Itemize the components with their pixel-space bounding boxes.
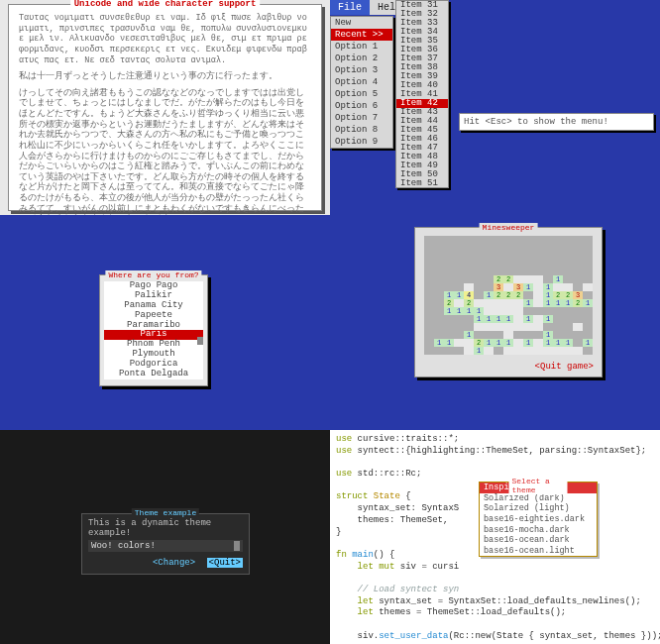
mine-cell[interactable] xyxy=(523,291,533,299)
mine-cell[interactable] xyxy=(434,299,444,307)
mine-cell[interactable] xyxy=(484,323,494,331)
mine-cell[interactable] xyxy=(543,244,553,252)
mine-cell[interactable] xyxy=(503,268,513,275)
mine-cell[interactable]: 1 xyxy=(553,339,563,347)
theme-item[interactable]: base16-mocha.dark xyxy=(480,525,597,536)
mine-cell[interactable] xyxy=(503,323,513,331)
mine-cell[interactable] xyxy=(533,291,543,299)
theme-item[interactable]: base16-eighties.dark xyxy=(480,514,597,525)
mine-cell[interactable] xyxy=(533,331,543,339)
mine-cell[interactable] xyxy=(553,315,563,323)
mine-cell[interactable] xyxy=(553,252,563,260)
mine-cell[interactable] xyxy=(464,236,474,244)
mine-cell[interactable] xyxy=(503,252,513,260)
mine-cell[interactable] xyxy=(494,323,503,331)
mine-cell[interactable]: 3 xyxy=(573,291,583,299)
theme-item[interactable]: base16-ocean.light xyxy=(480,546,597,557)
mine-cell[interactable]: 2 xyxy=(444,299,454,307)
mine-cell[interactable] xyxy=(484,268,494,275)
mine-cell[interactable] xyxy=(513,252,523,260)
mine-cell[interactable] xyxy=(553,347,563,355)
mine-cell[interactable] xyxy=(484,275,494,283)
mine-cell[interactable] xyxy=(434,275,444,283)
mine-cell[interactable] xyxy=(523,260,533,268)
mine-cell[interactable] xyxy=(434,291,444,299)
theme-popup[interactable]: Select a theme InspiredGitHubSolarized (… xyxy=(479,482,598,557)
mine-cell[interactable]: 1 xyxy=(553,275,563,283)
mine-cell[interactable]: 1 xyxy=(523,299,533,307)
mine-cell[interactable] xyxy=(454,236,464,244)
mine-cell[interactable]: 2 xyxy=(464,299,474,307)
mine-cell[interactable] xyxy=(474,291,484,299)
mine-cell[interactable] xyxy=(474,244,484,252)
text-input[interactable]: Woo! colors! xyxy=(88,540,243,552)
mine-cell[interactable] xyxy=(454,331,464,339)
mine-cell[interactable] xyxy=(553,260,563,268)
mine-cell[interactable] xyxy=(573,307,583,315)
mine-cell[interactable] xyxy=(543,323,553,331)
mine-cell[interactable]: 3 xyxy=(513,283,523,291)
dropdown-item[interactable]: Option 1 xyxy=(331,41,392,53)
list-item[interactable]: Item 51 xyxy=(396,179,448,188)
dropdown-item[interactable]: Option 6 xyxy=(331,100,392,112)
mine-cell[interactable] xyxy=(454,347,464,355)
mine-cell[interactable] xyxy=(474,323,484,331)
mine-cell[interactable] xyxy=(444,331,454,339)
dropdown-item[interactable]: Option 5 xyxy=(331,88,392,100)
theme-item[interactable]: base16-ocean.dark xyxy=(480,535,597,546)
mine-cell[interactable] xyxy=(543,252,553,260)
city-list[interactable]: Pago PagoPalikirPanama CityPapeeteParama… xyxy=(104,281,203,379)
mine-cell[interactable] xyxy=(583,307,593,315)
mine-cell[interactable] xyxy=(533,347,543,355)
mine-cell[interactable] xyxy=(573,347,583,355)
change-button[interactable]: <Change> xyxy=(153,558,195,568)
mine-cell[interactable]: 1 xyxy=(543,283,553,291)
mine-cell[interactable] xyxy=(494,268,503,275)
scrollbar-thumb[interactable] xyxy=(197,337,203,345)
mine-cell[interactable] xyxy=(583,252,593,260)
mine-cell[interactable] xyxy=(553,307,563,315)
mine-cell[interactable] xyxy=(583,347,593,355)
file-dropdown[interactable]: NewRecent >>Option 1Option 2Option 3Opti… xyxy=(330,16,393,149)
mine-cell[interactable]: 1 xyxy=(523,315,533,323)
mine-cell[interactable] xyxy=(494,307,503,315)
mine-cell[interactable]: 1 xyxy=(464,307,474,315)
mine-cell[interactable]: 4 xyxy=(464,291,474,299)
mine-cell[interactable] xyxy=(444,252,454,260)
mine-cell[interactable] xyxy=(454,268,464,275)
mine-cell[interactable] xyxy=(553,268,563,275)
mine-cell[interactable] xyxy=(464,260,474,268)
mine-cell[interactable] xyxy=(444,244,454,252)
recent-list[interactable]: Item 31Item 32Item 33Item 34Item 35Item … xyxy=(395,0,449,188)
mine-cell[interactable] xyxy=(434,347,444,355)
mine-cell[interactable] xyxy=(573,244,583,252)
mine-cell[interactable] xyxy=(424,323,434,331)
mine-cell[interactable]: 1 xyxy=(484,315,494,323)
mine-cell[interactable] xyxy=(573,283,583,291)
mine-cell[interactable]: 1 xyxy=(454,307,464,315)
mine-cell[interactable] xyxy=(464,275,474,283)
mine-cell[interactable] xyxy=(513,307,523,315)
mine-cell[interactable] xyxy=(563,315,573,323)
mine-cell[interactable] xyxy=(424,307,434,315)
mine-cell[interactable] xyxy=(444,260,454,268)
mine-cell[interactable] xyxy=(533,236,543,244)
mine-cell[interactable]: 1 xyxy=(523,283,533,291)
mine-cell[interactable] xyxy=(454,315,464,323)
mine-cell[interactable] xyxy=(543,260,553,268)
mine-cell[interactable] xyxy=(573,260,583,268)
dropdown-item[interactable]: New xyxy=(331,17,392,29)
mine-cell[interactable] xyxy=(444,315,454,323)
mine-cell[interactable]: 1 xyxy=(484,339,494,347)
mine-cell[interactable] xyxy=(573,315,583,323)
mine-cell[interactable] xyxy=(533,268,543,275)
mine-cell[interactable] xyxy=(444,236,454,244)
mine-cell[interactable] xyxy=(583,260,593,268)
mine-cell[interactable] xyxy=(464,315,474,323)
mine-cell[interactable] xyxy=(523,268,533,275)
mine-cell[interactable]: 1 xyxy=(474,347,484,355)
mine-cell[interactable] xyxy=(513,244,523,252)
mine-cell[interactable]: 2 xyxy=(513,291,523,299)
mine-cell[interactable]: 1 xyxy=(484,291,494,299)
mine-cell[interactable] xyxy=(503,236,513,244)
